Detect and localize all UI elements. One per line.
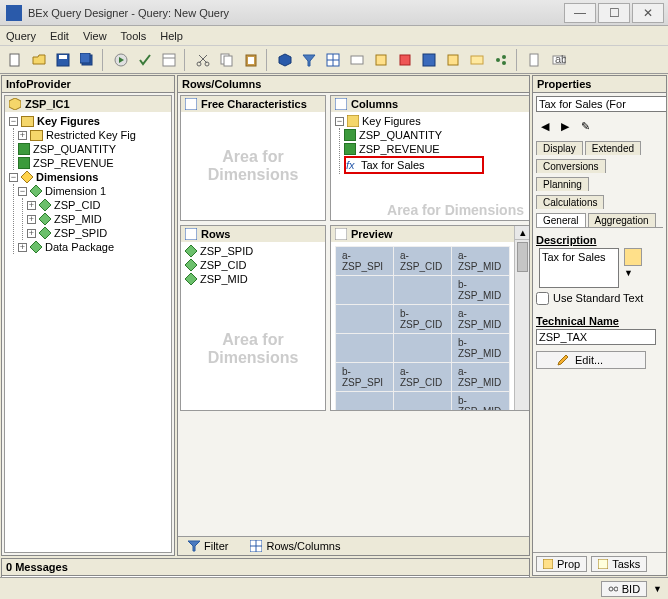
tree-kf-revenue[interactable]: ZSP_REVENUE xyxy=(18,156,167,170)
svg-rect-11 xyxy=(224,56,232,66)
paste-icon[interactable] xyxy=(240,49,262,71)
tab-tasks[interactable]: Tasks xyxy=(591,556,647,572)
props-icon[interactable] xyxy=(158,49,180,71)
tab-aggregation[interactable]: Aggregation xyxy=(588,213,656,227)
folder-icon xyxy=(21,116,34,127)
tab-filter[interactable]: Filter xyxy=(182,539,234,553)
rows-mid[interactable]: ZSP_MID xyxy=(185,272,321,286)
cols-quantity[interactable]: ZSP_QUANTITY xyxy=(344,128,526,142)
tree-char-mid[interactable]: + ZSP_MID xyxy=(27,212,167,226)
conditions-icon[interactable] xyxy=(370,49,392,71)
svg-rect-18 xyxy=(376,55,386,65)
svg-rect-39 xyxy=(598,559,608,569)
check-icon[interactable] xyxy=(134,49,156,71)
bid-button[interactable]: BID xyxy=(601,581,647,597)
menu-edit[interactable]: Edit xyxy=(50,30,69,42)
keyfigure-icon xyxy=(344,129,356,141)
tab-extended[interactable]: Extended xyxy=(585,141,641,155)
tree-char-spid[interactable]: + ZSP_SPID xyxy=(27,226,167,240)
tab-calculations[interactable]: Calculations xyxy=(536,195,604,209)
collapse-icon[interactable]: − xyxy=(9,173,18,182)
menu-help[interactable]: Help xyxy=(160,30,183,42)
cols-tax-for-sales[interactable]: fx Tax for Sales xyxy=(344,156,484,174)
tech-names-icon[interactable]: ab xyxy=(548,49,570,71)
cut-icon[interactable] xyxy=(192,49,214,71)
expand-icon[interactable]: + xyxy=(27,201,36,210)
rows-cols-icon[interactable] xyxy=(322,49,344,71)
preview-cell: b-ZSP_MID xyxy=(452,276,510,305)
pencil-icon[interactable]: ✎ xyxy=(576,117,594,135)
menu-tools[interactable]: Tools xyxy=(121,30,147,42)
documents-icon[interactable] xyxy=(524,49,546,71)
collapse-icon[interactable]: − xyxy=(18,187,27,196)
tab-rows-columns[interactable]: Rows/Columns xyxy=(244,539,346,553)
back-icon[interactable]: ◀ xyxy=(536,117,554,135)
tree-data-package[interactable]: + Data Package xyxy=(18,240,167,254)
svg-rect-13 xyxy=(248,57,254,64)
edit-button[interactable]: Edit... xyxy=(536,351,646,369)
selection-value[interactable] xyxy=(536,96,667,112)
expand-icon[interactable]: + xyxy=(18,243,27,252)
use-standard-text-checkbox[interactable]: Use Standard Text xyxy=(536,292,663,305)
collapse-icon[interactable]: − xyxy=(9,117,18,126)
menu-bar: Query Edit View Tools Help xyxy=(0,26,668,46)
preview-cell xyxy=(394,392,452,411)
rows-spid[interactable]: ZSP_SPID xyxy=(185,244,321,258)
cols-revenue[interactable]: ZSP_REVENUE xyxy=(344,142,526,156)
close-button[interactable]: ✕ xyxy=(632,3,664,23)
tree-restricted-kf[interactable]: + Restricted Key Fig xyxy=(18,128,167,142)
tab-prop[interactable]: Prop xyxy=(536,556,587,572)
minimize-button[interactable]: — xyxy=(564,3,596,23)
execute-icon[interactable] xyxy=(110,49,132,71)
main-area: InfoProvider ZSP_IC1 − Key Figures + Res… xyxy=(0,74,668,577)
filter-icon[interactable] xyxy=(298,49,320,71)
tasks-icon[interactable] xyxy=(442,49,464,71)
rows-cid[interactable]: ZSP_CID xyxy=(185,258,321,272)
save-icon[interactable] xyxy=(52,49,74,71)
watermark-text: Area for Dimensions xyxy=(387,202,524,218)
svg-text:ab: ab xyxy=(555,53,566,65)
rows-area[interactable]: Rows ZSP_SPID ZSP_CID ZSP_MID xyxy=(180,225,326,411)
collapse-icon[interactable]: − xyxy=(335,117,344,126)
tree-dimension1[interactable]: − Dimension 1 xyxy=(18,184,167,198)
description-field[interactable]: Tax for Sales xyxy=(539,248,619,288)
cols-key-figures[interactable]: − Key Figures xyxy=(335,114,526,128)
rows-columns-panel: Rows/Columns Free Characteristics Area f… xyxy=(177,75,530,556)
forward-icon[interactable]: ▶ xyxy=(556,117,574,135)
infoprovider-root[interactable]: ZSP_IC1 xyxy=(5,96,171,112)
menu-query[interactable]: Query xyxy=(6,30,36,42)
vertical-scrollbar[interactable]: ▴ xyxy=(514,226,530,410)
open-icon[interactable] xyxy=(28,49,50,71)
tree-dimensions[interactable]: − Dimensions xyxy=(9,170,167,184)
cells-icon[interactable] xyxy=(346,49,368,71)
tab-conversions[interactable]: Conversions xyxy=(536,159,606,173)
characteristic-icon xyxy=(39,199,51,211)
cube-icon[interactable] xyxy=(274,49,296,71)
tree-key-figures[interactable]: − Key Figures xyxy=(9,114,167,128)
free-characteristics-area[interactable]: Free Characteristics Area for Dimensions xyxy=(180,95,326,221)
tab-general[interactable]: General xyxy=(536,213,586,227)
expand-icon[interactable]: + xyxy=(27,229,36,238)
tree-char-cid[interactable]: + ZSP_CID xyxy=(27,198,167,212)
copy-icon[interactable] xyxy=(216,49,238,71)
selection-dropdown[interactable]: ▼ xyxy=(536,96,663,112)
exceptions-icon[interactable] xyxy=(394,49,416,71)
columns-area[interactable]: Columns − Key Figures ZSP_QUANTITY xyxy=(330,95,530,221)
properties-icon[interactable] xyxy=(418,49,440,71)
tab-display[interactable]: Display xyxy=(536,141,583,155)
expand-icon[interactable]: + xyxy=(27,215,36,224)
new-icon[interactable] xyxy=(4,49,26,71)
svg-rect-6 xyxy=(163,54,175,66)
checkbox[interactable] xyxy=(536,292,549,305)
tree-kf-quantity[interactable]: ZSP_QUANTITY xyxy=(18,142,167,156)
expand-icon[interactable]: + xyxy=(18,131,27,140)
technical-name-field[interactable] xyxy=(536,329,656,345)
tab-planning[interactable]: Planning xyxy=(536,177,589,191)
save-all-icon[interactable] xyxy=(76,49,98,71)
preview-cell: a-ZSP_MID xyxy=(452,247,510,276)
maximize-button[interactable]: ☐ xyxy=(598,3,630,23)
variable-icon[interactable] xyxy=(624,248,642,266)
where-used-icon[interactable] xyxy=(490,49,512,71)
messages-icon[interactable] xyxy=(466,49,488,71)
menu-view[interactable]: View xyxy=(83,30,107,42)
